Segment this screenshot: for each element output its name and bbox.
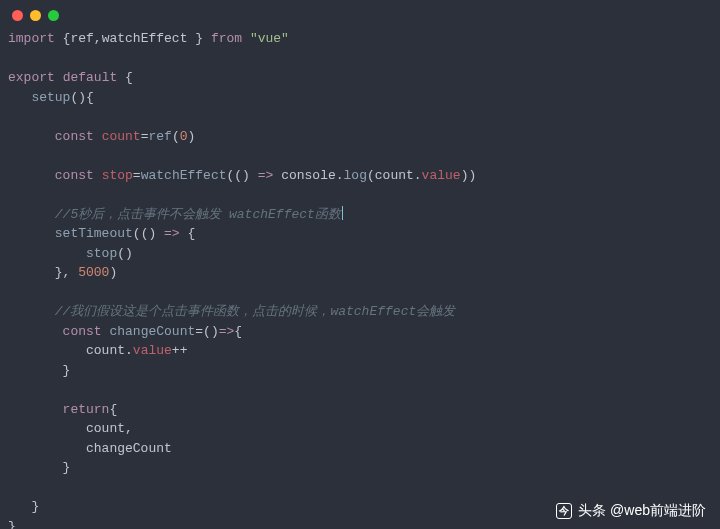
watermark: 今 头条 @web前端进阶 xyxy=(556,500,706,521)
watermark-text: 头条 @web前端进阶 xyxy=(578,500,706,521)
close-dot-icon xyxy=(12,10,23,21)
comment-1: //5秒后，点击事件不会触发 watchEffect函数 xyxy=(55,207,341,222)
minimize-dot-icon xyxy=(30,10,41,21)
text-cursor-icon xyxy=(342,206,343,220)
code-block: import {ref,watchEffect } from "vue" exp… xyxy=(0,25,720,529)
toutiao-logo-icon: 今 xyxy=(556,503,572,519)
comment-2: //我们假设这是个点击事件函数，点击的时候，watchEffect会触发 xyxy=(55,304,455,319)
kw-import: import xyxy=(8,31,55,46)
maximize-dot-icon xyxy=(48,10,59,21)
window-controls xyxy=(0,0,720,25)
